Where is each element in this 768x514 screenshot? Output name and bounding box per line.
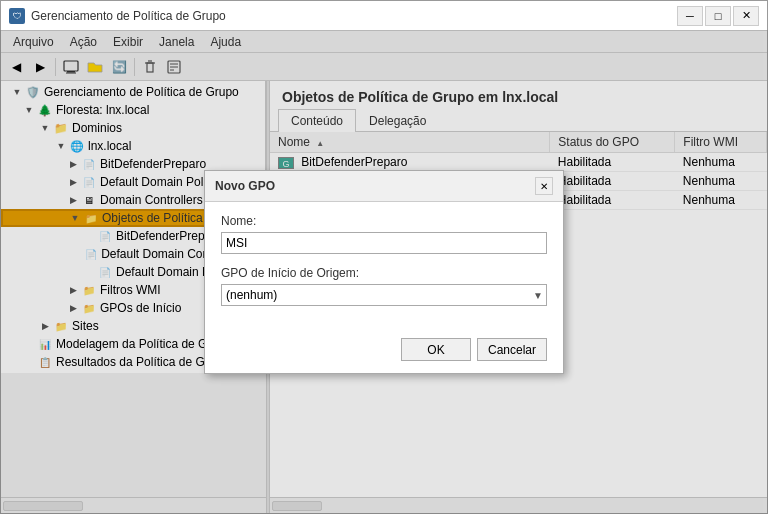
app-icon: 🛡 [9,8,25,24]
modal-body: Nome: GPO de Início de Origem: (nenhum) … [205,202,563,330]
source-select[interactable]: (nenhum) [221,284,547,306]
name-form-group: Nome: [221,214,547,254]
modal-title: Novo GPO [215,179,275,193]
window-controls: ─ □ ✕ [677,6,759,26]
window-title: Gerenciamento de Política de Grupo [31,9,226,23]
modal-title-bar: Novo GPO ✕ [205,171,563,202]
minimize-button[interactable]: ─ [677,6,703,26]
novo-gpo-modal: Novo GPO ✕ Nome: GPO de Início de Origem… [204,170,564,374]
modal-overlay: Novo GPO ✕ Nome: GPO de Início de Origem… [0,30,768,514]
title-bar-left: 🛡 Gerenciamento de Política de Grupo [9,8,226,24]
source-form-group: GPO de Início de Origem: (nenhum) ▼ [221,266,547,306]
ok-button[interactable]: OK [401,338,471,361]
source-select-wrapper: (nenhum) ▼ [221,284,547,306]
close-button[interactable]: ✕ [733,6,759,26]
title-bar: 🛡 Gerenciamento de Política de Grupo ─ □… [1,1,767,31]
name-label: Nome: [221,214,547,228]
source-label: GPO de Início de Origem: [221,266,547,280]
name-input[interactable] [221,232,547,254]
modal-footer: OK Cancelar [205,330,563,373]
cancel-button[interactable]: Cancelar [477,338,547,361]
maximize-button[interactable]: □ [705,6,731,26]
modal-close-button[interactable]: ✕ [535,177,553,195]
